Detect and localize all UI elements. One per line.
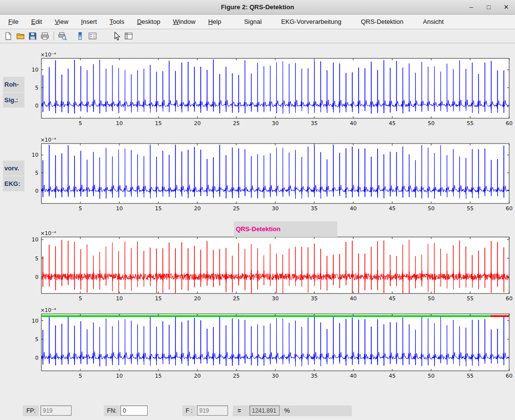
svg-text:10: 10 xyxy=(116,295,123,302)
svg-text:5: 5 xyxy=(35,170,38,176)
fp-field[interactable] xyxy=(40,405,72,416)
svg-text:15: 15 xyxy=(155,295,162,302)
svg-text:15: 15 xyxy=(155,373,162,379)
menu-signal[interactable]: Signal xyxy=(234,16,271,28)
svg-text:5: 5 xyxy=(35,336,38,343)
print-button[interactable] xyxy=(39,30,51,42)
menu-help[interactable]: Help xyxy=(202,16,228,28)
menu-file-label: ile xyxy=(12,18,19,25)
print-preview-icon xyxy=(58,32,67,40)
plot-tools-icon xyxy=(124,32,133,40)
svg-text:55: 55 xyxy=(467,295,474,302)
menu-help-label: elp xyxy=(213,18,221,25)
vorv-ekg-label-line2: EKG: xyxy=(3,176,24,191)
equals-label: = xyxy=(235,405,243,416)
percent-label: % xyxy=(283,405,291,416)
menu-window[interactable]: Window xyxy=(167,16,202,28)
svg-text:10: 10 xyxy=(116,373,123,379)
chart-detektion-markiert: 510152025303540455055600510×10⁻⁴ xyxy=(32,307,513,379)
edit-plot-icon xyxy=(112,32,121,40)
menubar: File Edit View Insert Tools Desktop Wind… xyxy=(0,15,515,29)
menu-ekg-vorverarbeitung[interactable]: EKG-Vorverarbeitung xyxy=(271,16,351,28)
menu-qrs-detektion[interactable]: QRS-Detektion xyxy=(351,16,413,28)
svg-text:10: 10 xyxy=(116,120,123,127)
figure-canvas: 510152025303540455055600510×10⁻⁴51015202… xyxy=(0,43,515,420)
svg-text:×10⁻⁴: ×10⁻⁴ xyxy=(40,230,56,236)
menu-desktop-label: esktop xyxy=(142,18,160,25)
titlebar: Figure 2: QRS-Detektion – □ ✕ xyxy=(0,0,515,15)
toolbar xyxy=(0,29,515,43)
svg-text:5: 5 xyxy=(79,205,82,212)
close-button[interactable]: ✕ xyxy=(501,2,511,12)
svg-text:10: 10 xyxy=(32,237,38,243)
print-preview-button[interactable] xyxy=(57,30,68,42)
svg-text:45: 45 xyxy=(389,120,396,127)
svg-text:45: 45 xyxy=(389,373,396,379)
qrs-detektion-title: QRS-Detektion xyxy=(234,221,337,233)
svg-text:30: 30 xyxy=(272,373,279,379)
f-field[interactable] xyxy=(197,405,228,416)
window-controls: – □ ✕ xyxy=(466,0,511,14)
svg-text:50: 50 xyxy=(428,373,435,379)
menu-desktop-acc: D xyxy=(137,18,141,25)
svg-text:×10⁻⁴: ×10⁻⁴ xyxy=(40,137,56,143)
roh-signal-label-line1: Roh- xyxy=(3,77,24,92)
menu-desktop[interactable]: Desktop xyxy=(131,16,167,28)
menu-view-label: iew xyxy=(59,18,69,25)
close-icon: ✕ xyxy=(504,3,509,11)
svg-text:0: 0 xyxy=(35,103,38,109)
menu-tools[interactable]: Tools xyxy=(103,16,131,28)
menu-file[interactable]: File xyxy=(2,16,25,28)
save-button[interactable] xyxy=(27,30,38,42)
menu-tools-label: ools xyxy=(113,18,124,25)
menu-edit-label: dit xyxy=(36,18,42,25)
menu-insert-label: nsert xyxy=(83,18,97,25)
svg-text:40: 40 xyxy=(350,295,357,302)
new-file-icon xyxy=(4,32,13,40)
edit-plot-button[interactable] xyxy=(111,30,122,42)
colorbar-icon xyxy=(76,32,85,40)
menu-qrs-label: QRS-Detektion xyxy=(361,18,403,25)
svg-text:30: 30 xyxy=(272,120,279,127)
menu-ansicht[interactable]: Ansicht xyxy=(413,16,454,28)
menu-signal-label: Signal xyxy=(244,18,262,25)
svg-text:25: 25 xyxy=(233,120,240,127)
svg-text:0: 0 xyxy=(35,274,38,280)
f-label: F : xyxy=(182,405,196,416)
svg-text:×10⁻⁴: ×10⁻⁴ xyxy=(40,52,56,57)
roh-signal-label-line2: Sig.: xyxy=(3,92,24,108)
svg-text:5: 5 xyxy=(35,85,38,91)
fn-label: FN: xyxy=(104,405,120,416)
svg-text:15: 15 xyxy=(155,120,162,127)
minimize-button[interactable]: – xyxy=(466,2,476,12)
print-icon xyxy=(40,32,49,40)
open-button[interactable] xyxy=(15,30,26,42)
svg-text:20: 20 xyxy=(194,295,201,302)
svg-text:25: 25 xyxy=(233,295,240,302)
svg-text:60: 60 xyxy=(506,205,513,212)
menu-ansicht-label: Ansicht xyxy=(423,18,444,25)
menu-window-label: indow xyxy=(179,18,195,25)
new-file-button[interactable] xyxy=(2,30,14,42)
maximize-button[interactable]: □ xyxy=(484,2,494,12)
menu-insert[interactable]: Insert xyxy=(75,16,103,28)
insert-legend-button[interactable] xyxy=(87,30,98,42)
svg-text:15: 15 xyxy=(155,205,162,212)
svg-text:45: 45 xyxy=(389,295,396,302)
qrs-title-panel: QRS-Detektion xyxy=(234,221,337,237)
fp-label: FP: xyxy=(23,405,39,416)
svg-text:50: 50 xyxy=(428,205,435,212)
svg-text:35: 35 xyxy=(311,205,318,212)
menu-edit-acc: E xyxy=(31,18,36,25)
svg-text:25: 25 xyxy=(233,373,240,379)
menu-view[interactable]: View xyxy=(48,16,75,28)
plot-tools-button[interactable] xyxy=(123,30,134,42)
svg-text:10: 10 xyxy=(32,152,38,158)
colorbar-button[interactable] xyxy=(75,30,86,42)
svg-text:35: 35 xyxy=(311,120,318,127)
fn-field[interactable] xyxy=(120,405,148,416)
svg-text:55: 55 xyxy=(467,120,474,127)
menu-edit[interactable]: Edit xyxy=(25,16,48,28)
svg-text:20: 20 xyxy=(194,205,201,212)
result-field[interactable] xyxy=(249,405,280,416)
